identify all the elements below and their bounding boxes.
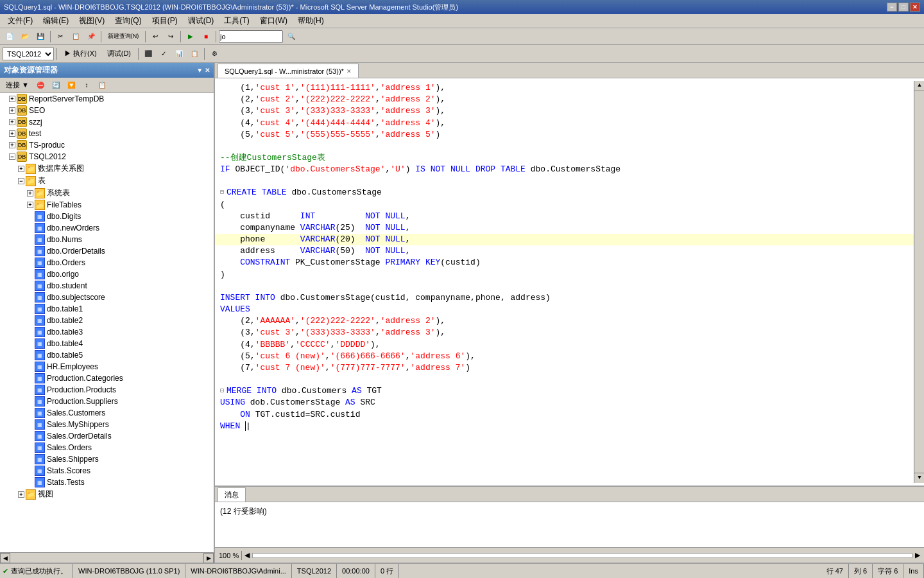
result-hscroll[interactable] [252, 553, 912, 558]
restore-button[interactable]: □ [898, 3, 909, 12]
oe-summary-button[interactable]: 📋 [95, 79, 109, 92]
oe-filter-button[interactable]: 🔽 [64, 79, 78, 92]
tree-item-dbo_table5[interactable]: ▦dbo.table5 [0, 349, 214, 361]
menu-debug[interactable]: 调试(D) [183, 14, 219, 28]
tree-item-szzj[interactable]: +DBszzj [0, 116, 214, 128]
save-button[interactable]: 💾 [33, 30, 47, 43]
tree-item-dbo_neworders[interactable]: ▦dbo.newOrders [0, 222, 214, 234]
menu-help[interactable]: 帮助(H) [293, 14, 329, 28]
oe-hscroll[interactable]: ◀ ▶ [0, 552, 214, 563]
tree-expand-szzj[interactable]: + [9, 119, 15, 125]
database-selector[interactable]: TSQL2012 [3, 48, 54, 60]
menu-window[interactable]: 窗口(W) [255, 14, 293, 28]
tree-expand-dbdiagram[interactable]: + [18, 166, 24, 172]
tree-item-stats_tests[interactable]: ▦Stats.Tests [0, 477, 214, 488]
tree-item-test[interactable]: +DBtest [0, 128, 214, 139]
tree-expand-test[interactable]: + [9, 130, 15, 137]
tree-item-dbdiagram[interactable]: +📁数据库关系图 [0, 162, 214, 175]
tree-item-dbo_orderdetails[interactable]: ▦dbo.OrderDetails [0, 245, 214, 257]
tree-item-dbo_nums[interactable]: ▦dbo.Nums [0, 234, 214, 245]
code-content[interactable]: (1,'cust 1','(111)111-1111','address 1')… [215, 81, 914, 483]
tree-item-reportserver[interactable]: +DBReportServerTempDB [0, 93, 214, 105]
tree-expand-seo[interactable]: + [9, 107, 15, 114]
new-file-button[interactable]: 📄 [3, 30, 17, 43]
stop-button[interactable]: ■ [199, 30, 213, 43]
hscroll-left[interactable]: ◀ [0, 553, 10, 563]
object-explorer-tree[interactable]: +DBReportServerTempDB+DBSEO+DBszzj+DBtes… [0, 93, 214, 552]
display-epq-button[interactable]: 📊 [172, 48, 186, 60]
code-editor[interactable]: (1,'cust 1','(111)111-1111','address 1')… [215, 78, 924, 486]
tree-item-prod_products[interactable]: ▦Production.Products [0, 384, 214, 396]
tree-item-sales_customers[interactable]: ▦Sales.Customers [0, 407, 214, 419]
tree-expand-views[interactable]: + [18, 491, 24, 498]
tree-item-sales_shippers[interactable]: ▦Sales.Shippers [0, 453, 214, 465]
close-button[interactable]: ✕ [910, 3, 920, 12]
tree-item-dbo_table3[interactable]: ▦dbo.table3 [0, 326, 214, 338]
tree-item-prod_suppliers[interactable]: ▦Production.Suppliers [0, 396, 214, 407]
tree-item-systables[interactable]: +📁系统表 [0, 187, 214, 199]
tree-item-tsql2012[interactable]: −DBTSQL2012 [0, 151, 214, 162]
debug-button[interactable]: 调试(D) [103, 48, 135, 60]
tree-item-sales_myshippers[interactable]: ▦Sales.MyShippers [0, 419, 214, 430]
tree-item-prod_categories[interactable]: ▦Production.Categories [0, 372, 214, 384]
tree-item-sales_orders[interactable]: ▦Sales.Orders [0, 442, 214, 453]
minimize-button[interactable]: − [887, 3, 897, 12]
tree-item-dbo_table1[interactable]: ▦dbo.table1 [0, 303, 214, 315]
menu-project[interactable]: 项目(P) [147, 14, 183, 28]
menu-tools[interactable]: 工具(T) [219, 14, 254, 28]
hscroll-right[interactable]: ▶ [203, 553, 214, 563]
oe-refresh-button[interactable]: 🔄 [49, 79, 63, 92]
run-button[interactable]: ▶ [184, 30, 198, 43]
undo-button[interactable]: ↩ [148, 30, 162, 43]
vscroll-down[interactable]: ▼ [914, 473, 924, 483]
tree-item-dbo_table4[interactable]: ▦dbo.table4 [0, 338, 214, 349]
tree-item-views[interactable]: +📁视图 [0, 488, 214, 500]
object-explorer-close[interactable]: ▼ ✕ [196, 67, 210, 74]
tree-item-dbo_subjectsscore[interactable]: ▦dbo.subjectscore [0, 292, 214, 303]
tree-expand-tables[interactable]: − [18, 178, 24, 184]
paste-button[interactable]: 📌 [84, 30, 98, 43]
search-button[interactable]: 🔍 [284, 30, 298, 43]
query-options-button[interactable]: ⚙ [207, 48, 221, 60]
vscroll-bar[interactable]: ▲ ▼ [914, 81, 924, 483]
result-scroll-left[interactable]: ◀ [244, 551, 250, 559]
tree-item-tsproduc[interactable]: +DBTS-produc [0, 139, 214, 151]
tree-item-stats_scores[interactable]: ▦Stats.Scores [0, 465, 214, 477]
stop-exec-button[interactable]: ⬛ [141, 48, 155, 60]
tab-sqlquery1[interactable]: SQLQuery1.sql - W...ministrator (53))* ✕ [218, 64, 359, 78]
tree-item-filetables[interactable]: +📁FileTables [0, 199, 214, 211]
tree-item-dbo_orders[interactable]: ▦dbo.Orders [0, 257, 214, 268]
tab-close[interactable]: ✕ [346, 68, 352, 74]
execute-button[interactable]: ▶ 执行(X) [60, 48, 101, 60]
oe-connect-button[interactable]: 连接 ▼ [3, 79, 32, 92]
tree-expand-systables[interactable]: + [27, 190, 33, 197]
tree-item-sales_orderdetails[interactable]: ▦Sales.OrderDetails [0, 430, 214, 442]
tree-expand-filetables[interactable]: + [27, 202, 33, 208]
tree-item-dbo_digits[interactable]: ▦dbo.Digits [0, 211, 214, 222]
cut-button[interactable]: ✂ [53, 30, 67, 43]
tree-expand-tsproduc[interactable]: + [9, 142, 15, 148]
menu-edit[interactable]: 编辑(E) [38, 14, 74, 28]
tree-item-tables[interactable]: −📁表 [0, 175, 214, 187]
tree-item-dbo_student[interactable]: ▦dbo.student [0, 280, 214, 292]
tree-expand-reportserver[interactable]: + [9, 96, 15, 102]
tree-item-dbo_origo[interactable]: ▦dbo.origo [0, 268, 214, 280]
menu-query[interactable]: 查询(Q) [110, 14, 146, 28]
oe-disconnect-button[interactable]: ⛔ [33, 79, 47, 92]
search-input[interactable] [219, 30, 283, 43]
parse-button[interactable]: ✓ [157, 48, 171, 60]
tree-item-dbo_table2[interactable]: ▦dbo.table2 [0, 315, 214, 326]
results-button[interactable]: 📋 [187, 48, 201, 60]
open-button[interactable]: 📂 [18, 30, 32, 43]
oe-sync-button[interactable]: ↕ [80, 79, 94, 92]
result-scroll-right[interactable]: ▶ [915, 551, 920, 559]
vscroll-up[interactable]: ▲ [914, 81, 924, 91]
menu-view[interactable]: 视图(V) [74, 14, 110, 28]
tab-messages[interactable]: 消息 [218, 487, 246, 502]
redo-button[interactable]: ↪ [164, 30, 178, 43]
copy-button[interactable]: 📋 [69, 30, 83, 43]
menu-file[interactable]: 文件(F) [3, 14, 38, 28]
new-query-button[interactable]: 新建查询(N) [104, 30, 142, 43]
tree-item-seo[interactable]: +DBSEO [0, 105, 214, 116]
tree-expand-tsql2012[interactable]: − [9, 153, 15, 160]
